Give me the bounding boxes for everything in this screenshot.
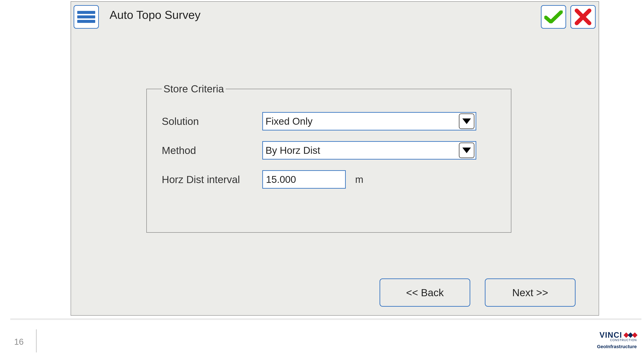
horz-dist-unit: m [355,174,363,185]
solution-value: Fixed Only [263,115,459,127]
store-criteria-legend: Store Criteria [162,83,226,95]
title-bar: Auto Topo Survey [73,3,596,31]
method-dropdown-button[interactable] [459,143,474,158]
horz-dist-row: Horz Dist interval m [162,168,498,191]
horz-dist-input[interactable] [262,170,346,189]
next-button[interactable]: Next >> [485,279,576,307]
app-window: Auto Topo Survey Store Criteria Solution… [70,1,599,316]
chevron-down-icon [462,148,471,153]
check-icon [544,10,563,23]
method-label: Method [162,145,262,156]
page-number-divider [36,329,37,353]
solution-label: Solution [162,115,262,127]
method-dropdown[interactable]: By Horz Dist [262,141,476,160]
page-number: 16 [14,337,24,347]
menu-icon [77,11,95,23]
page-title: Auto Topo Survey [110,8,200,21]
method-value: By Horz Dist [263,145,459,156]
brand-logo: VINCI CONSTRUCTION GeoInfrastructure [597,331,637,350]
cancel-button[interactable] [570,5,596,29]
back-button[interactable]: << Back [380,279,470,307]
brand-mark-icon [624,333,637,337]
x-icon [575,8,591,25]
chevron-down-icon [462,118,471,124]
menu-button[interactable] [74,5,99,29]
method-row: Method By Horz Dist [162,139,498,161]
store-criteria-group: Store Criteria Solution Fixed Only Metho… [146,83,511,233]
slide-canvas: Auto Topo Survey Store Criteria Solution… [0,0,644,361]
horz-dist-label: Horz Dist interval [162,174,262,185]
solution-dropdown[interactable]: Fixed Only [262,112,476,130]
solution-dropdown-button[interactable] [459,114,474,129]
confirm-button[interactable] [541,5,566,29]
solution-row: Solution Fixed Only [162,110,498,132]
footer-divider [10,319,642,319]
brand-subtitle-2: GeoInfrastructure [597,344,637,350]
